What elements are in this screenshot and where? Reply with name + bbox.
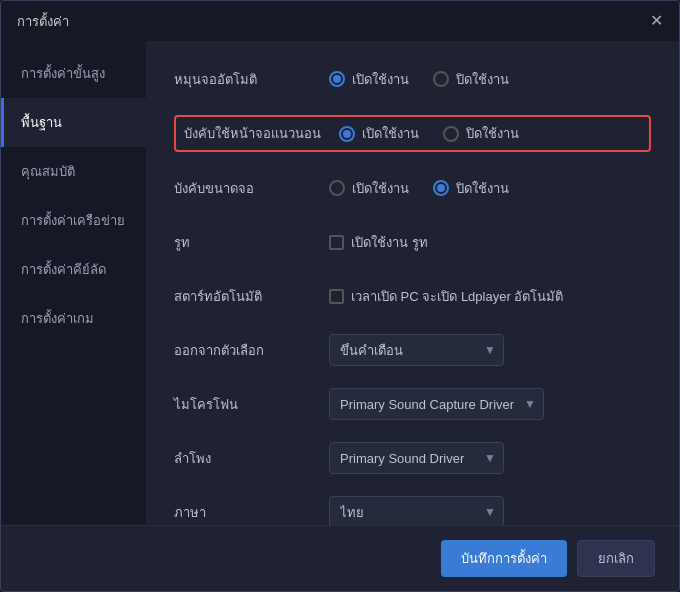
screen-orientation-label: บังคับใช้หน้าจอแนวนอน bbox=[184, 123, 339, 144]
root-checkbox[interactable]: เปิดใช้งาน รูท bbox=[329, 232, 428, 253]
screen-orientation-row: บังคับใช้หน้าจอแนวนอน เปิดใช้งาน ปิดใช้ง… bbox=[174, 115, 651, 152]
root-row: รูท เปิดใช้งาน รูท bbox=[174, 224, 651, 260]
close-button[interactable]: ✕ bbox=[650, 13, 663, 29]
speaker-label: ลำโพง bbox=[174, 448, 329, 469]
exit-select-row: ออกจากตัวเลือก ขึ้นคำเตือน ออกทันที ย่อ … bbox=[174, 332, 651, 368]
root-label: รูท bbox=[174, 232, 329, 253]
language-row: ภาษา ไทย English 中文 ▼ bbox=[174, 494, 651, 525]
autostart-label: สตาร์ทอัตโนมัติ bbox=[174, 286, 329, 307]
radio-off-indicator bbox=[433, 71, 449, 87]
microphone-dropdown[interactable]: Primary Sound Capture Driver Default bbox=[329, 388, 544, 420]
dialog-title: การตั้งค่า bbox=[17, 11, 69, 32]
sidebar-item-shortcut[interactable]: การตั้งค่าคีย์ลัด bbox=[1, 245, 146, 294]
sidebar-item-game[interactable]: การตั้งค่าเกม bbox=[1, 294, 146, 343]
exit-select-label: ออกจากตัวเลือก bbox=[174, 340, 329, 361]
screen-orientation-off[interactable]: ปิดใช้งาน bbox=[443, 123, 519, 144]
sidebar-item-network[interactable]: การตั้งค่าเครือข่าย bbox=[1, 196, 146, 245]
speaker-wrapper: Primary Sound Driver Default ▼ bbox=[329, 442, 504, 474]
microphone-wrapper: Primary Sound Capture Driver Default ▼ bbox=[329, 388, 544, 420]
speaker-dropdown[interactable]: Primary Sound Driver Default bbox=[329, 442, 504, 474]
root-checkbox-indicator bbox=[329, 235, 344, 250]
sidebar: การตั้งค่าขั้นสูง พื้นฐาน คุณสมบัติ การต… bbox=[1, 41, 146, 525]
title-bar: การตั้งค่า ✕ bbox=[1, 1, 679, 41]
screen-size-options: เปิดใช้งาน ปิดใช้งาน bbox=[329, 178, 509, 199]
screen-fullscreen-options: เปิดใช้งาน ปิดใช้งาน bbox=[329, 69, 509, 90]
microphone-row: ไมโครโฟน Primary Sound Capture Driver De… bbox=[174, 386, 651, 422]
sidebar-item-advanced[interactable]: การตั้งค่าขั้นสูง bbox=[1, 49, 146, 98]
autostart-checkbox[interactable]: เวลาเปิด PC จะเปิด Ldplayer อัตโนมัติ bbox=[329, 286, 563, 307]
save-button[interactable]: บันทึกการตั้งค่า bbox=[441, 540, 567, 577]
exit-select-wrapper: ขึ้นคำเตือน ออกทันที ย่อ ▼ bbox=[329, 334, 504, 366]
autostart-row: สตาร์ทอัตโนมัติ เวลาเปิด PC จะเปิด Ldpla… bbox=[174, 278, 651, 314]
sidebar-item-basic[interactable]: พื้นฐาน bbox=[1, 98, 146, 147]
screen-fullscreen-on[interactable]: เปิดใช้งาน bbox=[329, 69, 409, 90]
settings-dialog: การตั้งค่า ✕ การตั้งค่าขั้นสูง พื้นฐาน ค… bbox=[0, 0, 680, 592]
screen-size-row: บังคับขนาดจอ เปิดใช้งาน ปิดใช้งาน bbox=[174, 170, 651, 206]
screen-size-label: บังคับขนาดจอ bbox=[174, 178, 329, 199]
screen-orientation-options: เปิดใช้งาน ปิดใช้งาน bbox=[339, 123, 519, 144]
language-dropdown[interactable]: ไทย English 中文 bbox=[329, 496, 504, 525]
speaker-row: ลำโพง Primary Sound Driver Default ▼ bbox=[174, 440, 651, 476]
size-radio-on bbox=[329, 180, 345, 196]
content-area: หมุนจออัตโมติ เปิดใช้งาน ปิดใช้งาน บังคั… bbox=[146, 41, 679, 525]
sidebar-item-props[interactable]: คุณสมบัติ bbox=[1, 147, 146, 196]
screen-orientation-on[interactable]: เปิดใช้งาน bbox=[339, 123, 419, 144]
screen-fullscreen-off[interactable]: ปิดใช้งาน bbox=[433, 69, 509, 90]
radio-on-indicator bbox=[329, 71, 345, 87]
dialog-body: การตั้งค่าขั้นสูง พื้นฐาน คุณสมบัติ การต… bbox=[1, 41, 679, 525]
screen-fullscreen-row: หมุนจออัตโมติ เปิดใช้งาน ปิดใช้งาน bbox=[174, 61, 651, 97]
orient-radio-on bbox=[339, 126, 355, 142]
language-label: ภาษา bbox=[174, 502, 329, 523]
language-wrapper: ไทย English 中文 ▼ bbox=[329, 496, 504, 525]
screen-fullscreen-label: หมุนจออัตโมติ bbox=[174, 69, 329, 90]
microphone-label: ไมโครโฟน bbox=[174, 394, 329, 415]
screen-size-off[interactable]: ปิดใช้งาน bbox=[433, 178, 509, 199]
footer: บันทึกการตั้งค่า ยกเลิก bbox=[1, 525, 679, 591]
autostart-checkbox-indicator bbox=[329, 289, 344, 304]
size-radio-off bbox=[433, 180, 449, 196]
orient-radio-off bbox=[443, 126, 459, 142]
exit-select-dropdown[interactable]: ขึ้นคำเตือน ออกทันที ย่อ bbox=[329, 334, 504, 366]
screen-size-on[interactable]: เปิดใช้งาน bbox=[329, 178, 409, 199]
cancel-button[interactable]: ยกเลิก bbox=[577, 540, 655, 577]
